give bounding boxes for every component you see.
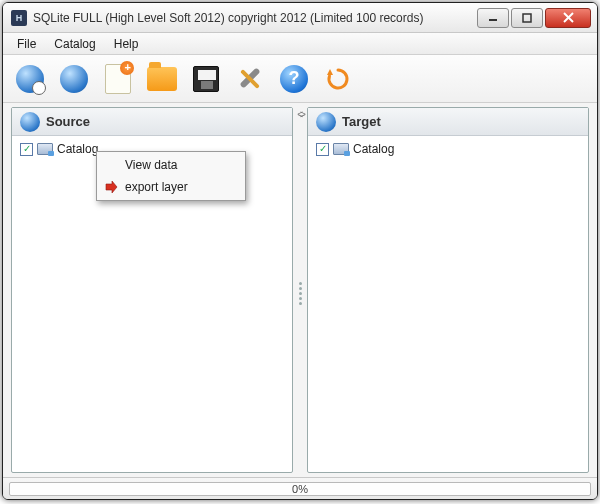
maximize-button[interactable] (511, 8, 543, 28)
toolbar: ? (3, 55, 597, 103)
open-folder-icon[interactable] (145, 62, 179, 96)
help-icon[interactable]: ? (277, 62, 311, 96)
checkbox-icon[interactable] (20, 143, 33, 156)
app-window: H SQLite FULL (High Level Soft 2012) cop… (2, 2, 598, 500)
target-panel-header: Target (308, 108, 588, 136)
menu-help[interactable]: Help (106, 35, 147, 53)
new-document-icon[interactable] (101, 62, 135, 96)
tree-node-label: Catalog (57, 142, 98, 156)
tree-node-label: Catalog (353, 142, 394, 156)
refresh-icon[interactable] (321, 62, 355, 96)
menu-item-label: View data (125, 158, 177, 172)
menu-item-view-data[interactable]: View data (99, 154, 243, 176)
globe-icon[interactable] (57, 62, 91, 96)
svg-marker-4 (327, 69, 333, 75)
context-menu: View data export layer (96, 151, 246, 201)
menu-item-export-layer[interactable]: export layer (99, 176, 243, 198)
blank-icon (103, 157, 119, 173)
svg-rect-1 (523, 14, 531, 22)
source-panel-header: Source (12, 108, 292, 136)
globe-clock-icon[interactable] (13, 62, 47, 96)
menubar: File Catalog Help (3, 33, 597, 55)
menu-file[interactable]: File (9, 35, 44, 53)
catalog-node-icon (37, 143, 53, 155)
save-icon[interactable] (189, 62, 223, 96)
progress-bar: 0% (9, 482, 591, 496)
target-panel: Target Catalog (307, 107, 589, 473)
menu-catalog[interactable]: Catalog (46, 35, 103, 53)
workspace: Source Catalog <> Target (3, 103, 597, 477)
splitter-collapse-icon[interactable]: <> (297, 109, 303, 120)
catalog-node-icon (333, 143, 349, 155)
svg-marker-5 (106, 181, 117, 193)
source-header-label: Source (46, 114, 90, 129)
progress-text: 0% (292, 483, 308, 495)
globe-icon (20, 112, 40, 132)
checkbox-icon[interactable] (316, 143, 329, 156)
globe-icon (316, 112, 336, 132)
statusbar: 0% (3, 477, 597, 499)
export-icon (103, 179, 119, 195)
tree-row-catalog[interactable]: Catalog (314, 140, 582, 158)
window-controls (475, 8, 591, 28)
window-title: SQLite FULL (High Level Soft 2012) copyr… (33, 11, 475, 25)
minimize-button[interactable] (477, 8, 509, 28)
target-tree[interactable]: Catalog (308, 136, 588, 472)
splitter-grip-icon[interactable] (299, 282, 302, 305)
menu-item-label: export layer (125, 180, 188, 194)
app-icon: H (11, 10, 27, 26)
target-header-label: Target (342, 114, 381, 129)
titlebar: H SQLite FULL (High Level Soft 2012) cop… (3, 3, 597, 33)
close-button[interactable] (545, 8, 591, 28)
splitter[interactable]: <> (293, 107, 307, 473)
tools-icon[interactable] (233, 62, 267, 96)
